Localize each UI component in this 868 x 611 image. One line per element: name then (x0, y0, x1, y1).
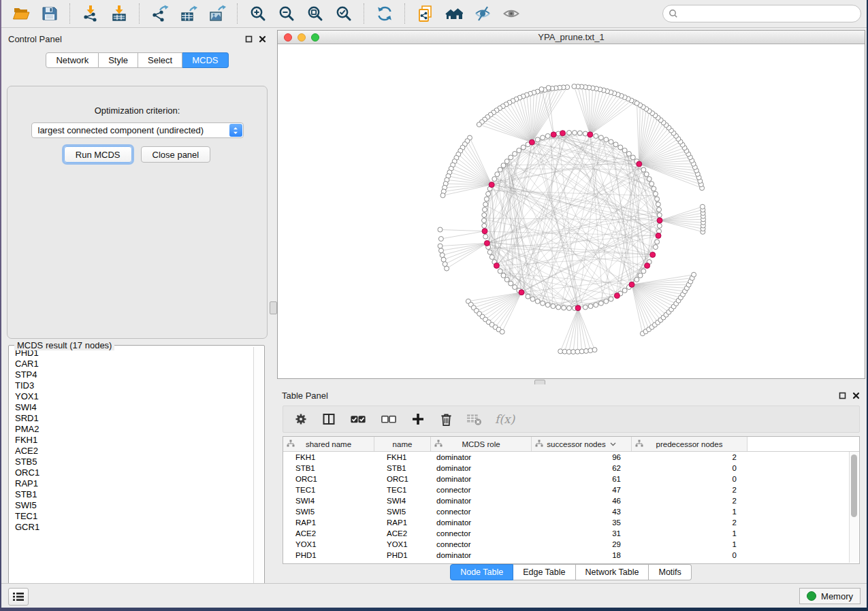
network-hub-node[interactable] (629, 282, 634, 287)
network-node[interactable] (692, 272, 696, 277)
delete-table-icon[interactable] (466, 411, 482, 427)
save-session-icon[interactable] (39, 3, 60, 24)
table-cell[interactable]: connector (431, 484, 532, 495)
network-node[interactable] (641, 167, 646, 172)
network-hub-node[interactable] (489, 182, 494, 188)
network-node[interactable] (622, 148, 627, 153)
table-cell[interactable]: TEC1 (283, 484, 374, 495)
network-node[interactable] (440, 193, 445, 198)
table-cell[interactable]: PHD1 (283, 550, 374, 561)
network-node[interactable] (440, 253, 445, 258)
network-node[interactable] (504, 277, 509, 282)
network-hub-node[interactable] (482, 229, 487, 234)
search-input[interactable] (678, 9, 861, 19)
network-node[interactable] (530, 297, 535, 301)
network-node[interactable] (572, 84, 577, 89)
table-cell[interactable]: ACE2 (283, 528, 374, 539)
network-hub-node[interactable] (588, 132, 593, 137)
network-node[interactable] (594, 133, 598, 138)
network-node[interactable] (526, 294, 530, 299)
table-row[interactable]: YOX1YOX1connector291 (283, 539, 859, 550)
table-cell[interactable]: PHD1 (374, 550, 431, 561)
network-node[interactable] (545, 133, 550, 138)
import-table-icon[interactable] (109, 3, 129, 24)
network-node[interactable] (700, 204, 705, 209)
network-node[interactable] (622, 288, 627, 293)
network-hub-node[interactable] (519, 290, 524, 295)
network-hub-node[interactable] (656, 233, 661, 238)
network-hub-node[interactable] (637, 161, 642, 167)
close-panel-button[interactable]: Close panel (141, 146, 211, 163)
network-node[interactable] (598, 135, 603, 140)
table-cell[interactable]: connector (431, 539, 532, 550)
network-node[interactable] (551, 304, 556, 309)
network-node[interactable] (484, 197, 489, 201)
table-row[interactable]: STB1STB1dominator620 (283, 463, 859, 474)
network-node[interactable] (647, 177, 652, 182)
network-node[interactable] (545, 303, 550, 308)
network-node[interactable] (501, 273, 506, 278)
close-panel-icon[interactable] (852, 392, 860, 399)
network-node[interactable] (482, 223, 487, 228)
network-node[interactable] (492, 177, 497, 182)
network-node[interactable] (498, 167, 502, 172)
table-cell[interactable]: YOX1 (283, 539, 374, 550)
table-scrollbar[interactable] (849, 452, 858, 563)
table-cell[interactable]: 18 (532, 550, 632, 561)
table-cell[interactable]: 0 (632, 463, 748, 474)
table-cell[interactable]: ORC1 (374, 474, 431, 484)
network-node[interactable] (634, 277, 639, 282)
mcds-result-item[interactable]: STB1 (10, 489, 253, 500)
tab-mcds[interactable]: MCDS (182, 52, 228, 68)
network-node[interactable] (513, 285, 517, 290)
import-network-icon[interactable] (80, 3, 101, 24)
table-cell[interactable]: 1 (632, 506, 748, 517)
horizontal-splitter[interactable] (277, 379, 865, 384)
show-columns-icon[interactable] (321, 411, 337, 427)
network-hub-node[interactable] (551, 132, 556, 137)
table-cell[interactable]: 2 (632, 495, 748, 506)
mcds-result-item[interactable]: FKH1 (10, 435, 253, 446)
network-node[interactable] (438, 244, 443, 248)
network-hub-node[interactable] (645, 263, 650, 268)
network-node[interactable] (618, 145, 623, 150)
network-node[interactable] (630, 155, 635, 160)
network-hub-node[interactable] (650, 252, 656, 257)
network-hub-node[interactable] (560, 131, 566, 136)
unselect-all-columns-icon[interactable] (379, 411, 398, 427)
table-cell[interactable]: 43 (532, 506, 632, 517)
network-node[interactable] (634, 101, 639, 105)
network-node[interactable] (535, 299, 540, 303)
network-node[interactable] (556, 305, 561, 310)
mcds-result-item[interactable]: CAR1 (10, 359, 253, 369)
float-panel-icon[interactable] (839, 392, 846, 399)
network-node[interactable] (539, 87, 544, 92)
table-row[interactable]: SWI5SWI5connector431 (283, 506, 859, 517)
network-node[interactable] (541, 135, 545, 140)
network-node[interactable] (613, 142, 618, 147)
network-node[interactable] (583, 305, 588, 310)
table-row[interactable]: PHD1PHD1dominator180 (283, 550, 859, 561)
network-hub-node[interactable] (484, 240, 489, 246)
mcds-result-item[interactable]: YOX1 (10, 391, 253, 402)
show-all-eye-icon[interactable] (501, 3, 521, 24)
network-hub-node[interactable] (575, 306, 581, 311)
table-cell[interactable]: TEC1 (374, 484, 431, 495)
zoom-in-icon[interactable] (248, 3, 268, 24)
mcds-result-item[interactable]: SRD1 (10, 413, 253, 424)
select-all-columns-icon[interactable] (349, 411, 368, 427)
table-cell[interactable]: 0 (632, 474, 748, 484)
table-cell[interactable]: 2 (632, 452, 748, 463)
table-cell[interactable]: dominator (431, 452, 532, 463)
export-table-icon[interactable] (178, 3, 199, 24)
network-node[interactable] (439, 248, 444, 253)
tab-motifs[interactable]: Motifs (649, 564, 691, 580)
float-panel-icon[interactable] (245, 35, 253, 43)
table-cell[interactable]: 96 (532, 452, 632, 463)
table-cell[interactable]: SWI4 (374, 495, 431, 506)
close-panel-icon[interactable] (259, 35, 266, 43)
table-cell[interactable]: connector (431, 506, 532, 517)
table-row[interactable]: ACE2ACE2connector311 (283, 528, 859, 539)
table-cell[interactable]: 35 (532, 517, 632, 528)
table-cell[interactable]: 1 (632, 539, 748, 550)
